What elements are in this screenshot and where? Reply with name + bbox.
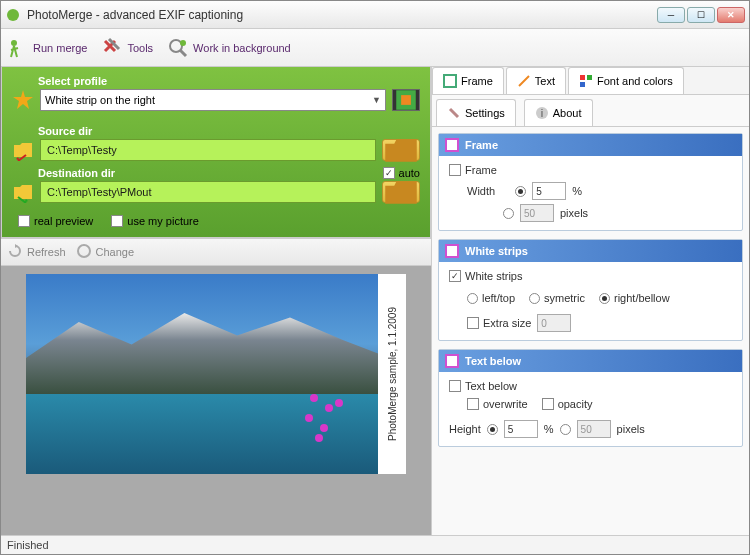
frame-icon: [443, 74, 457, 88]
profile-label: Select profile: [38, 75, 420, 87]
opacity-checkbox[interactable]: opacity: [542, 398, 593, 410]
tools-button[interactable]: Tools: [101, 37, 153, 59]
preview-area: PhotoMerge sample, 1.1.2009: [1, 266, 431, 535]
svg-text:i: i: [541, 107, 543, 119]
width-pixels-radio[interactable]: [503, 208, 514, 219]
window-title: PhotoMerge - advanced EXIF captioning: [27, 8, 657, 22]
svg-rect-9: [587, 75, 592, 80]
tabs-row-1: Frame Text Font and colors: [432, 67, 749, 95]
tab-text[interactable]: Text: [506, 67, 566, 94]
source-label: Source dir: [38, 125, 420, 137]
panel-icon: [445, 244, 459, 258]
width-label: Width: [467, 185, 495, 197]
change-icon: [76, 243, 92, 261]
work-background-label: Work in background: [193, 42, 291, 54]
svg-rect-10: [580, 82, 585, 87]
svg-rect-7: [444, 75, 456, 87]
svg-point-3: [180, 40, 186, 46]
text-icon: [517, 74, 531, 88]
width-percent-radio[interactable]: [515, 186, 526, 197]
change-button[interactable]: Change: [76, 243, 135, 261]
panel-icon: [445, 138, 459, 152]
auto-label: auto: [399, 167, 420, 179]
profile-select[interactable]: White strip on the right ▼: [40, 89, 386, 111]
palette-icon: [579, 74, 593, 88]
sample-photo: [26, 274, 378, 474]
main-toolbar: Run merge Tools Work in background: [1, 29, 749, 67]
source-folder-icon: [12, 139, 34, 161]
panel-white-strips: White strips ✓White strips left/top syme…: [438, 239, 743, 341]
rightbellow-radio[interactable]: [599, 293, 610, 304]
height-percent-radio[interactable]: [487, 424, 498, 435]
height-pixels-radio[interactable]: [560, 424, 571, 435]
symetric-radio[interactable]: [529, 293, 540, 304]
preview-caption: PhotoMerge sample, 1.1.2009: [378, 274, 406, 474]
source-dir-input[interactable]: C:\Temp\Testy: [40, 139, 376, 161]
work-background-button[interactable]: Work in background: [167, 37, 291, 59]
real-preview-checkbox[interactable]: real preview: [18, 215, 93, 227]
run-icon: [7, 37, 29, 59]
tab-settings[interactable]: Settings: [436, 99, 516, 126]
panel-frame: Frame Frame Width 5 % 50 pixels: [438, 133, 743, 231]
svg-point-0: [7, 9, 19, 21]
checkbox-icon: ✓: [383, 167, 395, 179]
run-merge-label: Run merge: [33, 42, 87, 54]
status-text: Finished: [7, 539, 49, 551]
extra-size-input[interactable]: 0: [537, 314, 571, 332]
dest-folder-icon: [12, 181, 34, 203]
overwrite-checkbox[interactable]: overwrite: [467, 398, 528, 410]
refresh-button[interactable]: Refresh: [7, 243, 66, 261]
run-merge-button[interactable]: Run merge: [7, 37, 87, 59]
text-below-checkbox[interactable]: Text below: [449, 380, 732, 392]
width-pixels-input[interactable]: 50: [520, 204, 554, 222]
panel-text-below: Text below Text below overwrite opacity …: [438, 349, 743, 447]
height-pixels-input[interactable]: 50: [577, 420, 611, 438]
tab-about[interactable]: iAbout: [524, 99, 593, 126]
tools-label: Tools: [127, 42, 153, 54]
wrench-icon: [447, 106, 461, 120]
maximize-button[interactable]: ☐: [687, 7, 715, 23]
svg-rect-5: [401, 95, 411, 105]
frame-checkbox[interactable]: Frame: [449, 164, 732, 176]
close-button[interactable]: ✕: [717, 7, 745, 23]
tabs-row-2: Settings iAbout: [432, 95, 749, 127]
extra-size-checkbox[interactable]: Extra size: [467, 317, 531, 329]
config-panel: Select profile White strip on the right …: [1, 67, 431, 238]
svg-rect-8: [580, 75, 585, 80]
preview-toolbar: Refresh Change: [1, 238, 431, 266]
chevron-down-icon: ▼: [372, 95, 381, 105]
app-icon: [5, 7, 21, 23]
svg-point-1: [11, 40, 17, 46]
auto-checkbox[interactable]: ✓ auto: [383, 167, 420, 179]
dest-label: Destination dir: [38, 167, 420, 179]
white-strips-checkbox[interactable]: ✓White strips: [449, 270, 732, 282]
refresh-icon: [7, 243, 23, 261]
titlebar: PhotoMerge - advanced EXIF captioning ─ …: [1, 1, 749, 29]
tools-icon: [101, 37, 123, 59]
use-my-picture-checkbox[interactable]: use my picture: [111, 215, 199, 227]
dest-browse-button[interactable]: [382, 181, 420, 203]
height-percent-input[interactable]: 5: [504, 420, 538, 438]
svg-point-6: [78, 245, 90, 257]
star-icon: [12, 89, 34, 111]
height-label: Height: [449, 423, 481, 435]
info-icon: i: [535, 106, 549, 120]
preview-image: PhotoMerge sample, 1.1.2009: [26, 274, 406, 474]
panel-icon: [445, 354, 459, 368]
tab-font-colors[interactable]: Font and colors: [568, 67, 684, 94]
minimize-button[interactable]: ─: [657, 7, 685, 23]
width-percent-input[interactable]: 5: [532, 182, 566, 200]
tab-frame[interactable]: Frame: [432, 67, 504, 94]
source-browse-button[interactable]: [382, 139, 420, 161]
background-icon: [167, 37, 189, 59]
status-bar: Finished: [1, 535, 749, 554]
profile-value: White strip on the right: [45, 94, 155, 106]
dest-dir-input[interactable]: C:\Temp\Testy\PMout: [40, 181, 376, 203]
lefttop-radio[interactable]: [467, 293, 478, 304]
color-button[interactable]: [392, 89, 420, 111]
